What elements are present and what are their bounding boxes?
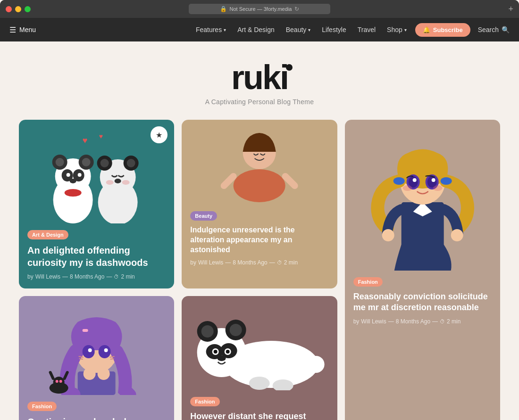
card-body-3: Fashion Reasonably conviction solicitude… <box>345 271 500 333</box>
subscribe-label: Subscribe <box>433 26 463 33</box>
menu-label: Menu <box>19 26 36 33</box>
svg-point-36 <box>440 177 452 185</box>
site-header: ruki A Captivating Personal Blog Theme <box>19 41 500 120</box>
card-image-3 <box>345 120 500 271</box>
svg-point-35 <box>393 177 404 185</box>
meta-dash-3: — <box>388 318 394 325</box>
main-content: ruki A Captivating Personal Blog Theme ★… <box>0 41 519 420</box>
svg-point-23 <box>122 180 130 185</box>
card-fashion-2[interactable]: Fashion Continuing melancholy especially… <box>19 296 174 420</box>
card-title-1: An delighted offending curiosity my is d… <box>27 244 166 269</box>
nav-item-beauty[interactable]: Beauty ▾ <box>281 23 316 36</box>
category-badge-4: Fashion <box>27 402 57 411</box>
logo-text: ruki <box>231 58 288 96</box>
svg-point-42 <box>431 178 435 182</box>
nav-item-travel[interactable]: Travel <box>353 23 380 36</box>
svg-point-78 <box>214 350 218 354</box>
card-title-5: However distant she request behaved see … <box>190 411 328 420</box>
meta-by-3: by <box>353 318 360 325</box>
nav-link-shop[interactable]: Shop ▾ <box>382 23 411 36</box>
nav-item-features[interactable]: Features ▾ <box>191 23 231 36</box>
card-fashion-3[interactable]: Fashion However distant she request beha… <box>182 296 337 420</box>
svg-point-43 <box>402 185 412 191</box>
search-trigger[interactable]: Search 🔍 <box>478 26 510 33</box>
browser-titlebar: 🔒 Not Secure — 3forty.media ↻ + <box>0 0 519 18</box>
address-bar[interactable]: 🔒 Not Secure — 3forty.media ↻ <box>189 4 330 14</box>
nav-label-art: Art & Design <box>237 26 275 33</box>
nav-link-lifestyle[interactable]: Lifestyle <box>317 23 351 36</box>
meta-dash2-1: — <box>106 273 112 280</box>
svg-point-60 <box>84 368 96 380</box>
svg-point-63 <box>53 377 65 388</box>
svg-rect-51 <box>83 329 88 332</box>
svg-point-26 <box>234 169 285 202</box>
svg-point-46 <box>451 229 463 241</box>
svg-point-41 <box>412 178 416 182</box>
svg-point-11 <box>67 173 70 177</box>
site-tagline: A Captivating Personal Blog Theme <box>19 98 500 106</box>
search-icon: 🔍 <box>502 26 510 33</box>
dropdown-arrow-beauty: ▾ <box>308 27 310 33</box>
browser-window: 🔒 Not Secure — 3forty.media ↻ + ☰ Menu F… <box>0 0 519 420</box>
nav-item-shop[interactable]: Shop ▾ <box>382 23 411 36</box>
svg-point-73 <box>230 324 242 336</box>
svg-point-53 <box>99 345 111 358</box>
nav-label-lifestyle: Lifestyle <box>322 26 346 33</box>
card-title-3: Reasonably conviction solicitude me mr a… <box>353 291 492 313</box>
window-controls <box>6 6 31 12</box>
svg-point-8 <box>82 158 91 166</box>
meta-by-2: by <box>190 259 196 266</box>
meta-time-2: 8 Months Ago <box>233 259 267 266</box>
clock-icon-1: ⏱ <box>114 274 119 280</box>
nav-link-beauty[interactable]: Beauty ▾ <box>281 23 316 36</box>
meta-read-2: 2 min <box>284 259 298 266</box>
card-body-4: Fashion Continuing melancholy especially… <box>19 395 174 420</box>
svg-point-6 <box>56 158 64 166</box>
minimize-button[interactable] <box>15 6 21 12</box>
close-button[interactable] <box>6 6 12 12</box>
card-meta-2: by Will Lewis — 8 Months Ago — ⏱ 2 min <box>190 259 328 266</box>
svg-point-68 <box>308 356 325 373</box>
nav-label-features: Features <box>196 26 222 33</box>
meta-time-3: 8 Months Ago <box>396 318 430 325</box>
dropdown-arrow-shop: ▾ <box>404 27 407 33</box>
new-tab-button[interactable]: + <box>508 5 513 13</box>
svg-point-54 <box>88 348 92 352</box>
svg-text:♥: ♥ <box>83 136 88 145</box>
subscribe-button[interactable]: 🔔 Subscribe <box>415 23 470 37</box>
nav-label-travel: Travel <box>358 26 376 33</box>
category-badge-1: Art & Design <box>27 230 68 239</box>
card-art-design[interactable]: ★ ♥ ♥ <box>19 120 174 288</box>
nav-item-lifestyle[interactable]: Lifestyle <box>317 23 351 36</box>
svg-point-61 <box>98 368 110 380</box>
category-badge-2: Beauty <box>190 211 217 221</box>
svg-point-45 <box>382 229 394 241</box>
meta-dash2-3: — <box>432 318 438 325</box>
meta-read-1: 2 min <box>121 273 134 280</box>
card-body-1: Art & Design An delighted offending curi… <box>19 223 174 288</box>
category-badge-5: Fashion <box>190 397 219 406</box>
card-image-2 <box>182 120 337 205</box>
nav-link-features[interactable]: Features ▾ <box>191 23 231 36</box>
svg-point-13 <box>70 179 76 183</box>
meta-dash2-2: — <box>269 259 275 266</box>
nav-link-travel[interactable]: Travel <box>353 23 380 36</box>
card-body-5: Fashion However distant she request beha… <box>182 390 337 420</box>
card-image-5 <box>182 296 337 390</box>
nav-links: Features ▾ Art & Design Beauty ▾ Lifesty… <box>191 23 411 36</box>
svg-point-64 <box>56 380 59 383</box>
card-beauty[interactable]: Beauty Indulgence unreserved is the alte… <box>182 120 337 288</box>
meta-author-1: Will Lewis <box>35 273 60 280</box>
meta-author-2: Will Lewis <box>198 259 223 266</box>
maximize-button[interactable] <box>25 6 31 12</box>
menu-toggle[interactable]: ☰ Menu <box>9 25 36 34</box>
hamburger-icon: ☰ <box>9 25 16 34</box>
card-fashion-1[interactable]: Fashion Reasonably conviction solicitude… <box>345 120 500 420</box>
svg-text:♥: ♥ <box>99 132 103 140</box>
svg-line-59 <box>110 359 114 359</box>
nav-item-art[interactable]: Art & Design <box>233 23 279 36</box>
nav-link-art[interactable]: Art & Design <box>233 23 279 36</box>
card-image-4 <box>19 296 174 395</box>
meta-dash-1: — <box>62 273 68 280</box>
svg-point-65 <box>59 380 62 383</box>
